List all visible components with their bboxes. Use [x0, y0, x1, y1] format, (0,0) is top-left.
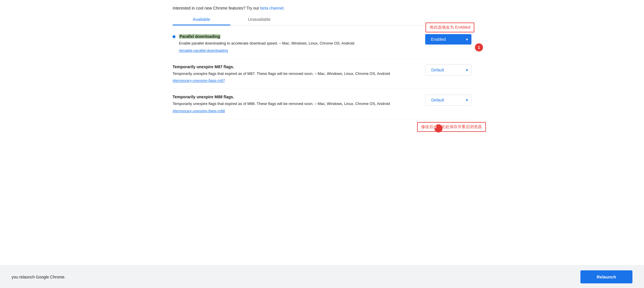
flags-list: 将此选项改为 EnAbled 1 Parallel downloading En… [173, 25, 471, 122]
flag-link-m88[interactable]: #temporary-unexpire-flags-m88 [173, 109, 225, 113]
tab-unavailable[interactable]: Unavailable [230, 13, 288, 25]
callout-step2: 修改后点击此处保存并重启浏览器 [417, 122, 486, 132]
intro-phrase: Interested in cool new Chrome features? … [173, 6, 260, 10]
select-wrapper-enabled: Default Enabled Disabled [425, 34, 471, 45]
flag-control-m88: Default Enabled Disabled [425, 95, 471, 106]
select-m88[interactable]: Default Enabled Disabled [425, 95, 471, 106]
flag-link-m87[interactable]: #temporary-unexpire-flags-m87 [173, 78, 225, 83]
select-wrapper-default-m87: Default Enabled Disabled [425, 64, 471, 75]
step-badge-2: 2 [434, 124, 443, 132]
flag-item-m88: Temporarily unexpire M88 flags. Temporar… [173, 89, 471, 119]
flag-title-parallel-downloading: Parallel downloading [179, 34, 419, 39]
select-parallel-downloading[interactable]: Default Enabled Disabled [425, 34, 471, 45]
step-badge-1: 1 [475, 43, 483, 51]
flag-content-parallel-downloading: Parallel downloading Enable parallel dow… [179, 34, 419, 53]
flag-item-m87: Temporarily unexpire M87 flags. Temporar… [173, 59, 471, 89]
select-m87[interactable]: Default Enabled Disabled [425, 64, 471, 75]
callout-step1: 将此选项改为 EnAbled [425, 23, 474, 32]
callout-step2-box: 修改后点击此处保存并重启浏览器 2 [417, 122, 425, 132]
flag-item-parallel-downloading: 将此选项改为 EnAbled 1 Parallel downloading En… [173, 28, 471, 59]
flag-control-m87: Default Enabled Disabled [425, 64, 471, 75]
tab-available[interactable]: Available [173, 13, 230, 25]
flag-title-m88: Temporarily unexpire M88 flags. [173, 95, 419, 99]
callout-step2-wrapper: 修改后点击此处保存并重启浏览器 2 [173, 122, 471, 139]
flag-content-m88: Temporarily unexpire M88 flags. Temporar… [173, 95, 419, 113]
flag-link-parallel-downloading[interactable]: #enable-parallel-downloading [179, 48, 228, 53]
flag-control-parallel-downloading: Default Enabled Disabled [425, 34, 471, 45]
flag-description-parallel-downloading: Enable parallel downloading to accelerat… [179, 40, 419, 46]
flag-description-m88: Temporarily unexpire flags that expired … [173, 101, 419, 107]
flag-title-m87: Temporarily unexpire M87 flags. [173, 64, 419, 69]
flag-active-dot [173, 35, 175, 38]
flag-content-m87: Temporarily unexpire M87 flags. Temporar… [173, 64, 419, 83]
flag-description-m87: Temporarily unexpire flags that expired … [173, 71, 419, 77]
flag-title-text: Parallel downloading [179, 34, 221, 39]
select-wrapper-default-m88: Default Enabled Disabled [425, 95, 471, 106]
intro-text: Interested in cool new Chrome features? … [173, 0, 471, 13]
beta-channel-link[interactable]: beta channel [260, 6, 283, 10]
